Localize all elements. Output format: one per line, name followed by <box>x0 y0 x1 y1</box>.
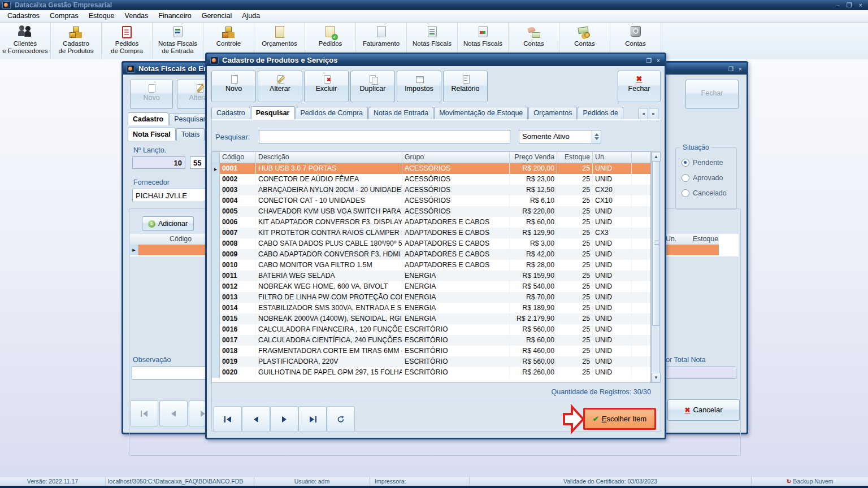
table-scrollbar[interactable]: ▲ ▼ <box>651 151 660 383</box>
dialog-tab[interactable]: Movimentação de Estoque <box>434 107 528 119</box>
dialog-action-button[interactable]: Excluir <box>304 71 349 102</box>
dialog-action-button[interactable]: Relatório <box>443 71 488 102</box>
dialog-action-button[interactable]: Duplicar <box>350 71 395 102</box>
toolbar-button[interactable]: Notas Fiscais de Entrada <box>153 23 203 59</box>
filter-select[interactable]: Somente Ativo <box>519 130 592 143</box>
table-row[interactable]: 0007 KIT PROTETOR CONTRA RAIOS CLAMPER I… <box>212 228 650 238</box>
close-button[interactable]: × <box>859 1 862 10</box>
dialog-tab[interactable]: Pedidos de <box>578 107 623 119</box>
check-icon: ✔ <box>593 415 599 423</box>
dialog-tab[interactable]: Pedidos de Compra <box>296 107 368 119</box>
col-grupo[interactable]: Grupo <box>402 152 510 163</box>
notas-subtab[interactable]: Nota Fiscal <box>128 128 176 141</box>
search-input[interactable] <box>259 130 510 143</box>
valor-total-field[interactable] <box>659 367 736 379</box>
table-row[interactable]: 0015 NOBREAK 2000VA (1400W), SENOIDAL, R… <box>212 313 650 324</box>
dialog-action-button[interactable]: Impostos <box>397 71 441 102</box>
un-header[interactable]: Un. <box>666 234 676 245</box>
menu-item[interactable]: Gerencial <box>197 10 237 22</box>
dialog-maximize-button[interactable]: ❐ <box>646 56 651 65</box>
notas-fechar-button[interactable]: Fechar <box>685 80 739 109</box>
dialog-action-button[interactable]: Alterar <box>258 71 302 102</box>
table-row[interactable]: 0010 CABO MONITOR VGA FILTRO 1.5M ADAPTA… <box>212 260 650 271</box>
adicionar-button[interactable]: +Adicionar <box>142 216 194 231</box>
status-backup[interactable]: ↻ Backup Nuvem <box>752 477 868 486</box>
toolbar-button[interactable]: Pedidos de Compra <box>102 23 153 59</box>
billing-doc-icon <box>374 25 389 40</box>
table-row[interactable]: 0019 PLASTIFICADORA, 220V ESCRITÓRIO R$ … <box>212 356 650 367</box>
notas-maximize-button[interactable]: ❐ <box>728 64 733 73</box>
filter-spinner-icon[interactable] <box>592 130 601 143</box>
minimize-button[interactable]: – <box>836 1 840 10</box>
menu-item[interactable]: Estoque <box>84 10 120 22</box>
situacao-radio[interactable]: Aprovado <box>682 174 735 182</box>
pay-hand-icon <box>526 25 542 40</box>
maximize-button[interactable]: ❐ <box>847 1 852 10</box>
notas-tab[interactable]: Cadastro <box>128 112 168 125</box>
table-row[interactable]: 0003 ABRAÇADEIRA NYLON 20CM - 20 UNIDADE… <box>212 185 650 195</box>
estoque-header[interactable]: Estoque <box>685 234 718 245</box>
quote-doc-icon <box>272 25 288 40</box>
escolher-item-button[interactable]: ✔ Escolher Item <box>583 408 656 430</box>
table-row[interactable]: 0012 NOBREAK WEG HOME, 600 VA, BIVOLT EN… <box>212 281 650 292</box>
dialog-tab[interactable]: Notas de Entrada <box>368 107 433 119</box>
dialog-action-button[interactable]: Novo <box>211 71 256 102</box>
table-row[interactable]: 0001 HUB USB 3.0 7 PORTAS ACESSÓRIOS R$ … <box>212 163 650 174</box>
table-row[interactable]: 0005 CHAVEADOR KVM USB VGA SWITCH PARA 4… <box>212 206 650 217</box>
table-row[interactable]: 0011 BATERIA WEG SELADA ENERGIA R$ 159,9… <box>212 271 650 281</box>
dialog-tab[interactable]: Pesquisar <box>251 106 295 119</box>
notas-close-button[interactable]: × <box>739 64 742 73</box>
situacao-radio[interactable]: Cancelado <box>682 189 735 197</box>
table-row[interactable]: 0014 ESTABILIZADOR SMS 300VA, ENTRADA E … <box>212 303 650 313</box>
tab-scroll-right-icon[interactable]: ▸ <box>649 108 658 120</box>
dialog-titlebar[interactable]: Cadastro de Produtos e Serviços ❐ × <box>207 54 665 66</box>
nav-last-button[interactable] <box>298 406 327 432</box>
notas-nav-prev-button[interactable] <box>159 400 188 426</box>
situacao-radio[interactable]: Pendente <box>682 159 735 167</box>
nav-next-button[interactable] <box>270 406 298 432</box>
notas-tab[interactable]: Pesquisar <box>169 113 211 125</box>
cancelar-button[interactable]: ✖Cancelar <box>667 399 740 421</box>
toolbar-button[interactable]: Cadastro de Produtos <box>51 23 102 59</box>
nav-prev-button[interactable] <box>242 406 270 432</box>
dialog-tab[interactable]: Cadastro <box>211 107 250 119</box>
table-row[interactable]: 0006 KIT ADAPTADOR CONVERSOR F3, DISPLAY… <box>212 217 650 228</box>
menu-item[interactable]: Ajuda <box>237 10 265 22</box>
table-row[interactable]: 0002 CONECTOR DE AÚDIO FÊMEA ACESSÓRIOS … <box>212 174 650 185</box>
col-un[interactable]: Un. <box>593 152 632 163</box>
nav-refresh-button[interactable] <box>327 406 355 432</box>
notas-subtab[interactable]: Totais <box>176 128 205 141</box>
scrollbar-thumb[interactable] <box>652 161 660 326</box>
notas-novo-button[interactable]: Novo <box>130 80 173 109</box>
table-row[interactable]: 0018 FRAGMENTADORA CORTE EM TIRAS 6MM - … <box>212 346 650 356</box>
menu-item[interactable]: Compras <box>45 10 84 22</box>
menu-item[interactable]: Financeiro <box>153 10 196 22</box>
col-descricao[interactable]: Descrição <box>256 152 402 163</box>
table-row[interactable]: 0004 CONECTOR CAT - 10 UNIDADES ACESSÓRI… <box>212 195 650 206</box>
tab-scroll-left-icon[interactable]: ◂ <box>639 108 648 120</box>
col-codigo[interactable]: Código <box>220 152 256 163</box>
table-row[interactable]: 0013 FILTRO DE LINHA PW COM PROTEÇÃO CON… <box>212 292 650 303</box>
table-row[interactable]: 0009 CABO ADAPTADOR CONVERSOR F3, HDMI X… <box>212 249 650 260</box>
close-x-icon: ✖ <box>635 75 644 84</box>
table-row[interactable]: 0008 CABO SATA DADOS PLUS CABLE 180º/90º… <box>212 238 650 249</box>
notas-nav-first-button[interactable] <box>130 400 158 426</box>
n-lancto-field[interactable] <box>132 156 185 169</box>
new-doc-icon <box>147 84 156 93</box>
menu-item[interactable]: Vendas <box>120 10 154 22</box>
table-row[interactable]: 0020 GUILHOTINA DE PAPEL GPM 297, 15 FOL… <box>212 367 650 378</box>
scroll-down-icon[interactable]: ▼ <box>652 373 661 382</box>
order-check-icon <box>323 25 338 40</box>
table-row[interactable]: 0017 CALCULADORA CIENTÍFICA, 240 FUNÇÕES… <box>212 335 650 346</box>
table-row[interactable]: 0016 CALCULADORA FINANCEIRA , 120 FUNÇÕE… <box>212 324 650 335</box>
codigo-header[interactable]: Código <box>170 234 192 245</box>
nav-first-button[interactable] <box>214 406 242 432</box>
col-preco[interactable]: Preço Venda <box>510 152 557 163</box>
scroll-up-icon[interactable]: ▲ <box>652 152 661 162</box>
toolbar-button[interactable]: Clientes e Fornecedores <box>0 23 51 59</box>
dialog-fechar-button[interactable]: ✖ Fechar <box>618 71 661 102</box>
menu-item[interactable]: Cadastros <box>2 10 45 22</box>
dialog-tab[interactable]: Orçamentos <box>528 107 577 119</box>
col-estoque[interactable]: Estoque <box>557 152 593 163</box>
dialog-close-button[interactable]: × <box>657 56 660 65</box>
